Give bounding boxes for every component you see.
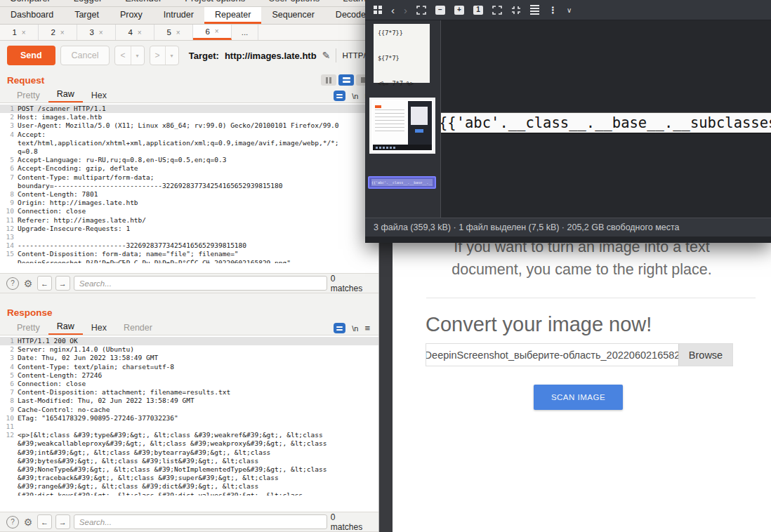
forward-icon[interactable]: ›: [404, 5, 407, 15]
search-help-icon[interactable]: ?: [6, 277, 19, 290]
zoom-in-icon[interactable]: +: [454, 6, 464, 15]
repeater-tab-1[interactable]: 1×: [0, 25, 39, 40]
close-tab-icon[interactable]: ×: [22, 29, 26, 36]
close-tab-icon[interactable]: ×: [99, 29, 103, 36]
code-line: 2Host: images.late.htb: [0, 113, 378, 121]
history-back-button[interactable]: < ▾: [114, 46, 144, 65]
syntax-highlight-icon[interactable]: [334, 323, 345, 333]
scan-image-button[interactable]: SCAN IMAGE: [534, 385, 623, 410]
layout-columns-button[interactable]: [321, 74, 336, 86]
tab-target[interactable]: Target: [64, 7, 110, 24]
back-dropdown-icon[interactable]: ▾: [131, 46, 144, 65]
file-preview-area: {{'abc'.__class__.__base__.__subclasses_…: [441, 20, 771, 218]
zoom-out-icon[interactable]: −: [435, 6, 445, 15]
ssti-payload-text: {{'abc'.__class__.__base__.__subclasses_…: [441, 114, 771, 131]
view-tab-pretty[interactable]: Pretty: [8, 90, 48, 102]
close-tab-icon[interactable]: ×: [138, 29, 142, 36]
view-tab-raw[interactable]: Raw: [48, 88, 83, 102]
repeater-tab-6[interactable]: 6×: [193, 25, 232, 40]
response-search-input[interactable]: [74, 514, 327, 529]
search-help-icon[interactable]: ?: [6, 516, 19, 528]
selected-text-file-thumbnail[interactable]: {{'abc'.__class__.__base__.__subclasses_…: [368, 176, 436, 189]
request-editor[interactable]: 1POST /scanner HTTP/1.12Host: images.lat…: [0, 103, 378, 273]
target-label: Target:: [189, 51, 219, 61]
repeater-tab-...[interactable]: ...: [232, 25, 258, 40]
syntax-highlight-icon[interactable]: [334, 91, 345, 101]
screenshot-file-thumbnail[interactable]: [369, 98, 435, 154]
show-newlines-toggle[interactable]: \n: [352, 92, 358, 100]
repeater-tab-row: 1×2×3×4×5×6×...: [0, 25, 378, 41]
window-bottom-edge: [365, 237, 771, 243]
close-tab-icon[interactable]: ×: [176, 29, 180, 36]
fullscreen-icon[interactable]: [492, 6, 502, 15]
forward-dropdown-icon[interactable]: ▾: [165, 46, 178, 65]
code-line: &#39;traceback&#39;&gt;, &lt;class &#39;…: [0, 474, 378, 482]
edit-target-pencil-icon[interactable]: ✎: [322, 50, 331, 61]
browse-button[interactable]: Browse: [678, 344, 732, 366]
burp-window: ComparerLoggerExtenderProject optionsUse…: [0, 0, 379, 532]
close-tab-icon[interactable]: ×: [60, 29, 65, 36]
list-view-icon[interactable]: [530, 5, 539, 15]
tab-intruder[interactable]: Intruder: [153, 7, 204, 24]
more-options-icon[interactable]: ⋮: [548, 5, 558, 15]
code-line: 9Cache-Control: no-cache: [0, 406, 378, 414]
history-forward-button[interactable]: > ▾: [150, 46, 179, 65]
section-divider: [426, 298, 756, 298]
tab-proxy[interactable]: Proxy: [110, 7, 153, 24]
back-arrow-label[interactable]: <: [115, 46, 130, 65]
search-next-icon[interactable]: →: [55, 514, 70, 529]
file-manager-toolbar: ‹ › − + 1 ⋮ ∨: [365, 0, 771, 20]
search-next-icon[interactable]: →: [55, 276, 70, 291]
code-line: 12Upgrade-Insecure-Requests: 1: [0, 225, 378, 233]
editor-menu-icon[interactable]: ≡: [364, 323, 370, 333]
view-tab-hex[interactable]: Hex: [83, 90, 115, 102]
selected-file-preview-text: {{'abc'.__class__.__base__.__subclasses_…: [371, 180, 433, 185]
search-settings-gear-icon[interactable]: ⚙: [22, 277, 34, 290]
burp-main-tab-row: DashboardTargetProxyIntruderRepeaterSequ…: [0, 7, 378, 25]
ssti-payload-file-thumbnail[interactable]: {{7*7}} ${7*7} <%= 7*7 %> ${{7*7}}: [374, 24, 430, 83]
actual-size-icon[interactable]: 1: [473, 6, 483, 15]
view-tab-raw[interactable]: Raw: [48, 321, 83, 335]
thumb-burp-area: [373, 101, 407, 145]
send-button[interactable]: Send: [7, 46, 55, 65]
file-upload-field[interactable]: DeepinScreenshot_выберите-область_202206…: [426, 343, 733, 366]
repeater-tab-4[interactable]: 4×: [116, 25, 154, 40]
search-prev-icon[interactable]: ←: [37, 514, 52, 529]
code-line: 8Content-Length: 7801: [0, 190, 378, 199]
code-line: &#39;int&#39;&gt;, &lt;class &#39;bytear…: [0, 448, 378, 457]
tab-dashboard[interactable]: Dashboard: [0, 7, 64, 24]
panel-splitter[interactable]: [0, 293, 378, 302]
code-line: 10Connection: close: [0, 207, 378, 215]
code-line: &#39;weakcallableproxy&#39;&gt;, &lt;cla…: [0, 439, 378, 448]
show-newlines-toggle[interactable]: \n: [352, 324, 358, 333]
code-line: 9Origin: http://images.late.htb: [0, 199, 378, 207]
code-line: 1HTTP/1.1 200 OK: [0, 337, 378, 345]
app-grid-icon[interactable]: [374, 6, 382, 14]
code-line: 7Content-Disposition: attachment; filena…: [0, 388, 378, 397]
back-icon[interactable]: ‹: [391, 5, 395, 15]
chevron-down-icon[interactable]: ∨: [567, 6, 572, 14]
view-tab-render[interactable]: Render: [115, 322, 161, 335]
view-tab-hex[interactable]: Hex: [83, 322, 115, 335]
repeater-tab-2[interactable]: 2×: [39, 25, 77, 40]
fit-to-window-icon[interactable]: [416, 6, 426, 15]
repeater-tab-3[interactable]: 3×: [77, 25, 116, 40]
repeater-tab-5[interactable]: 5×: [154, 25, 193, 40]
cancel-button[interactable]: Cancel: [60, 46, 110, 65]
code-line: 6Accept-Encoding: gzip, deflate: [0, 164, 378, 173]
exit-fullscreen-icon[interactable]: [511, 6, 521, 15]
burp-top-tab-row: ComparerLoggerExtenderProject optionsUse…: [0, 0, 378, 7]
response-editor[interactable]: 1HTTP/1.1 200 OK2Server: nginx/1.14.0 (U…: [0, 335, 378, 512]
tab-sequencer[interactable]: Sequencer: [261, 7, 324, 24]
response-search-matches: 0 matches: [331, 512, 372, 532]
layout-rows-button[interactable]: [338, 74, 354, 86]
request-search-input[interactable]: [74, 276, 327, 291]
search-settings-gear-icon[interactable]: ⚙: [22, 516, 34, 528]
search-prev-icon[interactable]: ←: [37, 276, 52, 291]
tab-repeater[interactable]: Repeater: [204, 7, 261, 24]
view-tab-pretty[interactable]: Pretty: [8, 322, 48, 335]
code-line: 14---------------------------32269283773…: [0, 241, 378, 250]
close-tab-icon[interactable]: ×: [215, 27, 219, 35]
forward-arrow-label[interactable]: >: [150, 46, 165, 65]
code-line: 3Date: Thu, 02 Jun 2022 13:58:49 GMT: [0, 354, 378, 362]
